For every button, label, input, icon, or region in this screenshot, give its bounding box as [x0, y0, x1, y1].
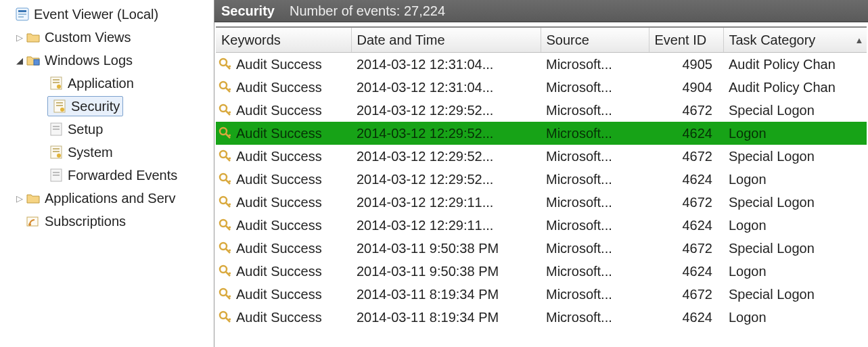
cell-datetime: 2014-03-12 12:29:52...	[351, 168, 541, 191]
tree-label: Forwarded Events	[68, 168, 214, 183]
cell-keywords: Audit Success	[236, 195, 322, 210]
table-row[interactable]: Audit Success2014-03-11 8:19:34 PMMicros…	[216, 306, 867, 329]
tree-system[interactable]: • System	[0, 141, 214, 164]
pane-titlebar: Security Number of events: 27,224	[214, 0, 868, 22]
svg-rect-22	[53, 175, 60, 176]
cell-source: Microsoft...	[541, 306, 649, 329]
cell-eventid: 4624	[649, 168, 723, 191]
cell-keywords: Audit Success	[236, 218, 322, 233]
table-row[interactable]: Audit Success2014-03-12 12:29:11...Micro…	[216, 214, 867, 237]
cell-eventid: 4624	[649, 306, 723, 329]
cell-eventid: 4905	[649, 53, 723, 76]
table-header-row[interactable]: Keywords Date and Time Source Event ID T…	[216, 28, 867, 53]
collapse-arrow-icon[interactable]: ◢	[15, 55, 24, 66]
cell-eventid: 4672	[649, 283, 723, 306]
key-icon	[219, 172, 232, 186]
tree-security[interactable]: • Security	[0, 95, 214, 118]
svg-rect-11	[56, 105, 63, 106]
svg-rect-17	[53, 148, 60, 149]
tree-custom-views[interactable]: ▷ Custom Views	[0, 26, 214, 49]
table-row[interactable]: Audit Success2014-03-12 12:29:11...Micro…	[216, 191, 867, 214]
svg-point-12	[60, 108, 64, 112]
cell-datetime: 2014-03-11 9:50:38 PM	[351, 260, 541, 283]
key-icon	[219, 218, 232, 232]
expand-arrow-icon[interactable]: ▷	[15, 32, 24, 43]
cell-task: Logon	[723, 214, 867, 237]
table-row[interactable]: Audit Success2014-03-11 9:50:38 PMMicros…	[216, 237, 867, 260]
cell-eventid: 4624	[649, 122, 723, 145]
key-icon	[219, 103, 232, 117]
col-eventid[interactable]: Event ID	[649, 28, 723, 53]
cell-task: Special Logon	[723, 145, 867, 168]
cell-eventid: 4672	[649, 191, 723, 214]
cell-eventid: 4672	[649, 145, 723, 168]
svg-rect-6	[53, 79, 60, 80]
event-count: Number of events: 27,224	[290, 3, 445, 19]
tree-label: Event Viewer (Local)	[34, 7, 214, 22]
cell-keywords: Audit Success	[236, 310, 322, 325]
cell-task: Audit Policy Chan	[723, 76, 867, 99]
tree-apps-services[interactable]: ▷ Applications and Serv	[0, 187, 214, 210]
cell-source: Microsoft...	[541, 99, 649, 122]
tree-label: Applications and Serv	[45, 191, 214, 206]
col-task[interactable]: Task Category	[723, 28, 867, 53]
tree-windows-logs[interactable]: ◢ Windows Logs	[0, 49, 214, 72]
event-viewer-icon	[15, 7, 30, 22]
cell-task: Audit Policy Chan	[723, 53, 867, 76]
tree-label: Custom Views	[45, 30, 214, 45]
cell-task: Logon	[723, 306, 867, 329]
cell-datetime: 2014-03-11 9:50:38 PM	[351, 237, 541, 260]
cell-eventid: 4624	[649, 260, 723, 283]
log-plain-icon	[49, 122, 64, 137]
key-icon	[219, 80, 232, 94]
cell-keywords: Audit Success	[236, 241, 322, 256]
expand-arrow-icon[interactable]: ▷	[15, 193, 24, 204]
tree-application[interactable]: • Application	[0, 72, 214, 95]
tree-label: Subscriptions	[45, 214, 214, 229]
table-row[interactable]: Audit Success2014-03-12 12:29:52...Micro…	[216, 122, 867, 145]
table-row[interactable]: Audit Success2014-03-12 12:29:52...Micro…	[216, 145, 867, 168]
log-icon	[49, 145, 64, 160]
cell-source: Microsoft...	[541, 191, 649, 214]
tree-subscriptions[interactable]: • Subscriptions	[0, 210, 214, 233]
cell-task: Logon	[723, 260, 867, 283]
cell-datetime: 2014-03-12 12:29:11...	[351, 214, 541, 237]
nav-tree[interactable]: ▷ Event Viewer (Local) ▷ Custom Views ◢ …	[0, 0, 214, 347]
cell-source: Microsoft...	[541, 214, 649, 237]
svg-rect-3	[18, 16, 24, 18]
col-source[interactable]: Source	[541, 28, 649, 53]
pane-title: Security	[221, 3, 275, 19]
key-icon	[219, 287, 232, 301]
tree-forwarded[interactable]: • Forwarded Events	[0, 164, 214, 187]
events-table[interactable]: Keywords Date and Time Source Event ID T…	[216, 28, 867, 329]
cell-keywords: Audit Success	[236, 172, 322, 187]
svg-rect-14	[53, 126, 60, 127]
log-icon	[49, 76, 64, 91]
table-row[interactable]: Audit Success2014-03-11 9:50:38 PMMicros…	[216, 260, 867, 283]
cell-keywords: Audit Success	[236, 80, 322, 95]
tree-label: System	[68, 145, 214, 160]
col-datetime[interactable]: Date and Time	[351, 28, 541, 53]
table-row[interactable]: Audit Success2014-03-11 8:19:34 PMMicros…	[216, 283, 867, 306]
folder-icon	[26, 191, 41, 206]
cell-task: Special Logon	[723, 283, 867, 306]
table-row[interactable]: Audit Success2014-03-12 12:31:04...Micro…	[216, 76, 867, 99]
cell-eventid: 4624	[649, 214, 723, 237]
table-row[interactable]: Audit Success2014-03-12 12:31:04...Micro…	[216, 53, 867, 76]
table-row[interactable]: Audit Success2014-03-12 12:29:52...Micro…	[216, 168, 867, 191]
svg-rect-7	[53, 82, 60, 83]
cell-datetime: 2014-03-12 12:31:04...	[351, 53, 541, 76]
folder-open-icon	[26, 53, 41, 68]
col-keywords[interactable]: Keywords	[216, 28, 351, 53]
cell-datetime: 2014-03-12 12:29:11...	[351, 191, 541, 214]
cell-source: Microsoft...	[541, 168, 649, 191]
table-row[interactable]: Audit Success2014-03-12 12:29:52...Micro…	[216, 99, 867, 122]
cell-source: Microsoft...	[541, 53, 649, 76]
cell-keywords: Audit Success	[236, 149, 322, 164]
svg-rect-15	[53, 129, 60, 130]
tree-setup[interactable]: • Setup	[0, 118, 214, 141]
cell-task: Special Logon	[723, 99, 867, 122]
tree-label: Security	[71, 99, 120, 114]
scroll-up-arrow-icon[interactable]: ▲	[853, 29, 865, 51]
tree-root[interactable]: ▷ Event Viewer (Local)	[0, 3, 214, 26]
